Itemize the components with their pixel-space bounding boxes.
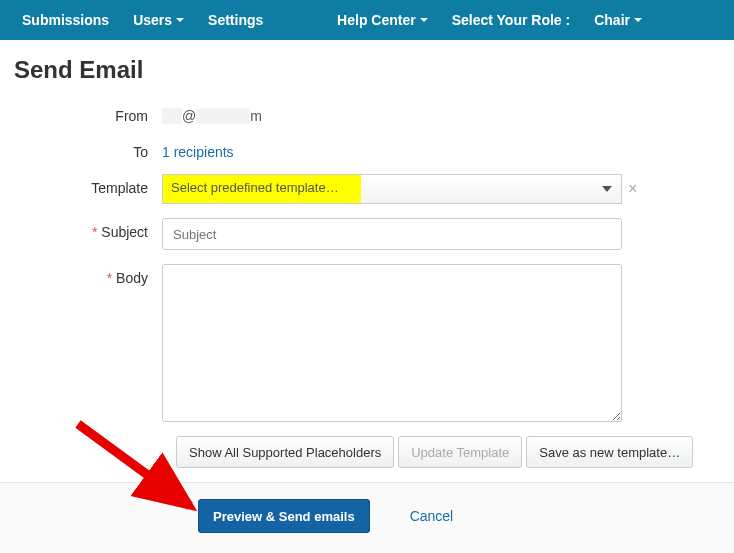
body-label: * Body [14, 264, 162, 286]
template-label: Template [14, 174, 162, 196]
from-value: @ m [162, 102, 720, 124]
nav-submissions-label: Submissions [22, 0, 109, 40]
from-label: From [14, 102, 162, 124]
page-title: Send Email [14, 56, 720, 84]
body-textarea[interactable] [162, 264, 622, 422]
caret-down-icon [420, 18, 428, 22]
to-recipients-link[interactable]: 1 recipients [162, 144, 234, 160]
body-label-text: Body [116, 270, 148, 286]
nav-blank-area [654, 7, 724, 33]
redacted-text [196, 108, 250, 124]
caret-down-icon [176, 18, 184, 22]
show-placeholders-button[interactable]: Show All Supported Placeholders [176, 436, 394, 468]
caret-down-icon [634, 18, 642, 22]
clear-template-icon[interactable]: × [628, 180, 637, 198]
select-role-text: Select Your Role : [452, 0, 571, 40]
from-suffix: m [250, 108, 262, 124]
nav-submissions[interactable]: Submissions [10, 0, 121, 40]
to-label: To [14, 138, 162, 160]
subject-input[interactable] [162, 218, 622, 250]
nav-settings-label: Settings [208, 0, 263, 40]
subject-label-text: Subject [101, 224, 148, 240]
nav-users[interactable]: Users [121, 0, 196, 40]
subject-label: * Subject [14, 218, 162, 240]
nav-help-center-label: Help Center [337, 0, 416, 40]
nav-role-value: Chair [594, 0, 630, 40]
preview-send-button[interactable]: Preview & Send emails [198, 499, 370, 533]
nav-role-dropdown[interactable]: Chair [582, 0, 654, 40]
nav-help-center[interactable]: Help Center [325, 0, 440, 40]
update-template-button[interactable]: Update Template [398, 436, 522, 468]
nav-settings[interactable]: Settings [196, 0, 275, 40]
save-as-template-button[interactable]: Save as new template… [526, 436, 693, 468]
footer-action-bar: Preview & Send emails Cancel [0, 482, 734, 553]
nav-users-label: Users [133, 0, 172, 40]
redacted-text [162, 108, 182, 124]
cancel-link[interactable]: Cancel [410, 508, 454, 524]
template-select[interactable] [162, 174, 622, 204]
top-navbar: Submissions Users Settings Help Center S… [0, 0, 734, 40]
nav-select-role-label: Select Your Role : [440, 0, 583, 40]
